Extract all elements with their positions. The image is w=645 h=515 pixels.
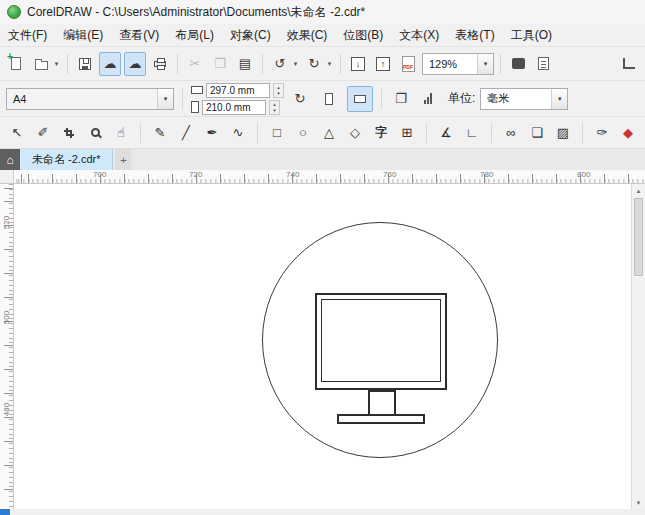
redo-dropdown-caret-icon[interactable]: ▾ (325, 52, 334, 76)
b-spline-tool[interactable]: ∿ (228, 121, 248, 145)
page-width-icon (191, 86, 203, 94)
ellipse-tool[interactable]: ○ (293, 121, 313, 145)
home-button[interactable]: ⌂ (0, 149, 20, 170)
two-point-line-tool[interactable]: ╱ (176, 121, 196, 145)
monitor-shape[interactable] (315, 293, 447, 390)
swap-dimensions-button[interactable]: ↻ (289, 87, 311, 111)
options-button[interactable] (532, 52, 554, 76)
zoom-tool[interactable] (85, 121, 105, 145)
spinner-down-icon[interactable]: ▾ (270, 107, 279, 114)
connector-tool[interactable]: ∟ (462, 121, 482, 145)
units-caret-icon[interactable]: ▾ (551, 89, 567, 109)
menu-item-file[interactable]: 文件(F) (0, 24, 55, 47)
cloud-open-button[interactable]: ☁ (124, 52, 146, 76)
freehand-tool[interactable]: ✎ (150, 121, 170, 145)
undo-dropdown-caret-icon[interactable]: ▾ (291, 52, 300, 76)
toolbox-separator (582, 123, 583, 143)
drawing-scale-button[interactable] (417, 87, 439, 111)
import-button[interactable]: ↓ (347, 52, 369, 76)
pick-tool[interactable]: ↖ (7, 121, 27, 145)
ruler-label: 480 (2, 403, 11, 417)
spinner-down-icon[interactable]: ▾ (274, 90, 283, 97)
text-tool[interactable]: 字 (371, 121, 391, 145)
all-pages-button[interactable]: ❐ (390, 87, 412, 111)
cut-button[interactable]: ✂ (184, 52, 206, 76)
toolbox: ↖ ✐ ☝ ✎ ╱ ✒ ∿ □ ○ △ ◇ 字 ⊞ ∡ ∟ ∞ ❏ ▨ ✑ ◆ (0, 116, 645, 148)
toolbar-separator (177, 54, 178, 74)
monitor-stand-shape[interactable] (368, 390, 396, 416)
landscape-button[interactable] (347, 86, 373, 112)
drawing-canvas[interactable] (14, 184, 631, 509)
eyedropper-tool[interactable]: ✑ (592, 121, 612, 145)
table-tool[interactable]: ⊞ (397, 121, 417, 145)
portrait-button[interactable] (316, 86, 342, 112)
open-button[interactable] (30, 52, 52, 76)
blend-tool[interactable]: ∞ (501, 121, 521, 145)
open-folder-icon (35, 61, 48, 70)
menu-item-view[interactable]: 查看(V) (111, 24, 167, 47)
portrait-icon (325, 93, 333, 105)
monitor-base-shape[interactable] (337, 414, 425, 424)
transparency-tool[interactable]: ▨ (553, 121, 573, 145)
bezier-tool[interactable]: ✒ (202, 121, 222, 145)
page-height-input[interactable]: 210.0 mm (202, 100, 266, 115)
rectangle-tool[interactable]: □ (267, 121, 287, 145)
new-tab-button[interactable]: + (115, 149, 131, 170)
redo-button[interactable]: ↻ (303, 52, 325, 76)
save-button[interactable] (74, 52, 96, 76)
scrollbar-thumb[interactable] (634, 198, 643, 276)
vertical-scrollbar[interactable]: ▲ ▼ (631, 184, 645, 509)
menu-item-text[interactable]: 文本(X) (391, 24, 447, 47)
open-dropdown-caret-icon[interactable]: ▾ (52, 52, 61, 76)
fullscreen-preview-button[interactable] (507, 52, 529, 76)
paste-button[interactable]: ▤ (234, 52, 256, 76)
horizontal-ruler[interactable]: 700 720 740 760 780 800 (0, 170, 645, 184)
dimension-tool[interactable]: ∡ (436, 121, 456, 145)
page-size-select[interactable]: A4 ▾ (6, 88, 174, 110)
undo-button[interactable]: ↺ (269, 52, 291, 76)
shape-tool[interactable]: ✐ (33, 121, 53, 145)
menu-item-table[interactable]: 表格(T) (447, 24, 502, 47)
coreldraw-logo-icon (7, 5, 21, 19)
menu-item-edit[interactable]: 编辑(E) (55, 24, 111, 47)
export-button[interactable]: ↑ (372, 52, 394, 76)
new-document-button[interactable] (5, 52, 27, 76)
show-rulers-button[interactable] (618, 52, 640, 76)
print-button[interactable] (149, 52, 171, 76)
document-tab[interactable]: 未命名 -2.cdr* (20, 149, 113, 170)
scrollbar-track[interactable] (632, 277, 645, 496)
interactive-fill-tool[interactable]: ◆ (618, 121, 638, 145)
menu-item-bitmaps[interactable]: 位图(B) (335, 24, 391, 47)
page-size-caret-icon[interactable]: ▾ (157, 89, 173, 109)
ruler-origin-corner[interactable] (0, 170, 14, 183)
pan-tool[interactable]: ☝ (111, 121, 131, 145)
vertical-ruler[interactable]: 520 500 480 (0, 184, 14, 509)
contour-tool[interactable]: ❏ (527, 121, 547, 145)
zoom-dropdown-caret-icon[interactable]: ▾ (477, 54, 493, 74)
scroll-down-button[interactable]: ▼ (632, 496, 645, 509)
page-width-spinner[interactable]: ▴ ▾ (273, 83, 284, 98)
page-height-spinner[interactable]: ▴ ▾ (269, 100, 280, 115)
menu-item-object[interactable]: 对象(C) (222, 24, 279, 47)
crop-tool[interactable] (59, 121, 79, 145)
page-size-value: A4 (7, 93, 157, 105)
cloud-save-button[interactable]: ☁ (99, 52, 121, 76)
copy-button[interactable]: ❐ (209, 52, 231, 76)
zoom-level-combo[interactable]: 129% ▾ (422, 53, 494, 75)
common-shapes-tool[interactable]: ◇ (345, 121, 365, 145)
page-width-input[interactable]: 297.0 mm (206, 83, 270, 98)
scroll-up-button[interactable]: ▲ (632, 184, 645, 197)
toolbox-separator (491, 123, 492, 143)
document-tab-bar: ⌂ 未命名 -2.cdr* + (0, 148, 645, 170)
menu-item-effects[interactable]: 效果(C) (279, 24, 336, 47)
menu-item-layout[interactable]: 布局(L) (167, 24, 222, 47)
options-icon (538, 57, 549, 70)
menu-bar: 文件(F) 编辑(E) 查看(V) 布局(L) 对象(C) 效果(C) 位图(B… (0, 24, 645, 46)
ruler-major-ticks (4, 184, 13, 509)
polygon-tool[interactable]: △ (319, 121, 339, 145)
property-bar: A4 ▾ 297.0 mm ▴ ▾ 210.0 mm ▴ ▾ ↻ ❐ 单位: 毫… (0, 80, 645, 116)
units-select[interactable]: 毫米 ▾ (480, 88, 568, 110)
publish-pdf-button[interactable]: PDF (397, 52, 419, 76)
paste-icon: ▤ (239, 56, 251, 71)
menu-item-tools[interactable]: 工具(O) (503, 24, 560, 47)
